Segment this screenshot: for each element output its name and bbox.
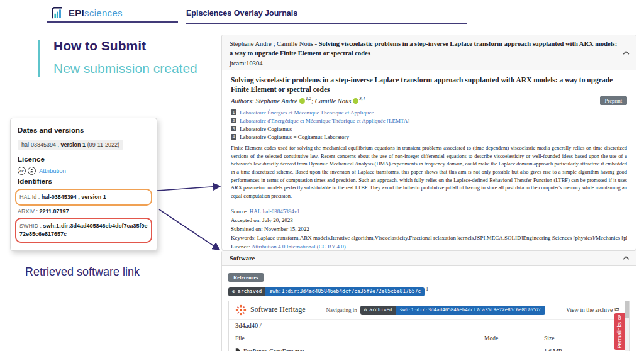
swhid-badge[interactable]: ⚙archived swh:1:dir:3d4ad405846eb4dcf7ca… (228, 287, 425, 296)
hal-id-label: HAL Id : (19, 194, 40, 200)
accepted-line: Accepted on: July 20, 2023 (231, 216, 627, 225)
source-hal-link[interactable]: HAL:hal-03845394v1 (250, 208, 300, 214)
chevron-up-icon[interactable] (623, 50, 630, 55)
logo-epi: EPI (69, 8, 84, 18)
software-heritage-logo-icon (235, 304, 247, 316)
paper-title: Solving viscoelastic problems in a step-… (231, 75, 627, 94)
file-icon (235, 348, 240, 351)
caption-retrieved-software-link: Retrieved software link (25, 265, 140, 279)
attribution-person-icon (28, 167, 36, 175)
arrow-halid-to-source (157, 186, 220, 191)
swhid-label: SWHID : (19, 223, 42, 229)
author-2: Camille Noûs (315, 98, 351, 104)
page: EPIsciences Episciences Overlay Journals… (0, 0, 644, 351)
swhid-badge-line: ⚙archived swh:1:dir:3d4ad405846eb4dcf7ca… (228, 286, 630, 296)
divider (231, 204, 627, 204)
file-mode: -rw-r--r-- (484, 348, 544, 351)
swh-topbar: Software Heritage Navigating in ⚙archive… (229, 301, 629, 320)
column-file: File (235, 335, 484, 342)
column-size: Size (544, 335, 623, 342)
affiliation-link[interactable]: Laboratoire Énergies et Mécanique Théori… (240, 109, 374, 116)
swh-table-row: ExePaper_ConvData.mat -rw-r--r-- 1.6 MB (229, 345, 629, 351)
version-chip[interactable]: hal-03845394 , version 1 (09-11-2022) (18, 140, 123, 150)
file-link[interactable]: ExePaper_ConvData.mat (235, 348, 484, 351)
external-link-icon: ⧉ (614, 306, 619, 313)
software-accordion-header[interactable]: Software (222, 251, 636, 266)
episciences-logo[interactable]: EPIsciences (50, 6, 123, 20)
paperclip-icon (617, 315, 622, 320)
licence-heading: Licence (18, 155, 150, 163)
footnote-marker: 1 (426, 286, 428, 292)
affiliation-row: 1 Laboratoire Énergies et Mécanique Théo… (231, 108, 627, 116)
swh-scrollbar (625, 301, 629, 351)
slide-title: How to Submit (53, 38, 146, 53)
logo-sciences: sciences (84, 8, 123, 18)
hal-metadata-card: Dates and versions hal-03845394 , versio… (10, 118, 157, 251)
affiliation-link[interactable]: Laboratoire d'Energétique et Mécanique T… (240, 118, 409, 124)
paper-panel: Stéphane André ; Camille Noûs - Solving … (221, 35, 636, 250)
affiliation-number: 2 (231, 118, 236, 123)
affiliation-number: 1 (231, 109, 236, 115)
affiliation-row: 2 Laboratoire d'Energétique et Mécanique… (231, 116, 627, 125)
arrow-swhid-to-software (159, 209, 219, 250)
affiliation-name: Laboratoire Cogitamus = Cogitamus Labora… (240, 134, 349, 140)
swh-table-header: File Mode Size (229, 332, 629, 345)
arxiv-value: 2211.07197 (40, 208, 69, 214)
logo-underline (47, 21, 178, 23)
chevron-up-icon[interactable] (623, 255, 630, 260)
header-authors: Stéphane André ; Camille Noûs - (230, 40, 319, 47)
submitted-line: Submitted on: November 15, 2022 (231, 225, 627, 234)
slide-subtitle: New submission created (53, 61, 197, 76)
affiliation-number: 3 (231, 126, 236, 131)
source-line: Source: HAL:hal-03845394v1 (231, 208, 627, 216)
affiliation-row: 3 Laboratoire Cogitamus (231, 125, 627, 133)
attribution-link[interactable]: Attribution (39, 167, 66, 174)
orcid-icon[interactable] (299, 98, 305, 104)
cc-icon: cc (18, 167, 26, 175)
paper-abstract: Finite Element codes used for solving th… (231, 145, 627, 200)
gear-icon: ⚙ (364, 307, 367, 313)
column-mode: Mode (484, 335, 544, 342)
permalinks-tab[interactable]: Permalinks (614, 313, 625, 350)
file-size: 1.6 MB (544, 348, 623, 351)
licence-line: Licence: Attribution 4.0 International (… (231, 243, 627, 250)
identifiers-heading: Identifiers (18, 177, 150, 185)
hal-id-value: hal-03845394 , version 1 (42, 194, 106, 200)
swh-breadcrumb[interactable]: 3d4ad40 / (229, 320, 629, 332)
author-1: Stéphane André (255, 98, 297, 104)
episciences-logo-icon (50, 6, 64, 20)
swhid-annotation-box: SWHID : swh:1:dir:3d4ad405846eb4dcf7ca35… (15, 218, 152, 243)
paper-accordion-header[interactable]: Stéphane André ; Camille Noûs - Solving … (222, 35, 636, 70)
affiliation-row: 4 Laboratoire Cogitamus = Cogitamus Labo… (231, 133, 627, 141)
affiliations: 1 Laboratoire Énergies et Mécanique Théo… (231, 108, 627, 141)
software-heritage-embed: Software Heritage Navigating in ⚙archive… (228, 301, 630, 351)
swh-brand[interactable]: Software Heritage (235, 304, 306, 316)
gear-icon: ⚙ (232, 289, 235, 294)
nav-title: Episciences Overlay Journals (186, 9, 297, 18)
hal-id-annotation-box: HAL Id : hal-03845394 , version 1 (15, 189, 152, 206)
arxiv-label: ARXIV : (18, 208, 38, 214)
paper-body: Solving viscoelastic problems in a step-… (222, 70, 636, 250)
swh-scrollbar-thumb[interactable] (625, 301, 629, 318)
orcid-icon[interactable] (353, 98, 358, 104)
software-body: References ⚙archived swh:1:dir:3d4ad4058… (222, 266, 636, 351)
paper-docid: jtcam:10304 (230, 60, 619, 67)
keywords-line: Keywords: Laplace transform,ARX models,I… (231, 234, 627, 243)
affiliation-name: Laboratoire Cogitamus (240, 126, 292, 132)
accent-bar (38, 40, 40, 77)
nav-underline (186, 23, 467, 24)
references-badge: References (228, 273, 264, 282)
swh-navigating: Navigating in ⚙archived swh:1:dir:3d4ad4… (326, 306, 546, 315)
paper-authors: Authors: Stéphane André1,2; Camille Noûs… (231, 96, 365, 104)
affiliation-number: 4 (231, 134, 236, 140)
swhid-badge[interactable]: ⚙archived swh:1:dir:3d4ad405846eb4dcf7ca… (360, 306, 545, 315)
view-in-archive-link[interactable]: View in the archive ⧉ (566, 306, 619, 313)
software-panel: Software References ⚙archived swh:1:dir:… (221, 250, 636, 351)
dates-heading: Dates and versions (18, 126, 150, 134)
licence-link[interactable]: Attribution 4.0 International (CC BY 4.0… (252, 243, 346, 250)
preprint-badge: Preprint (600, 96, 627, 105)
